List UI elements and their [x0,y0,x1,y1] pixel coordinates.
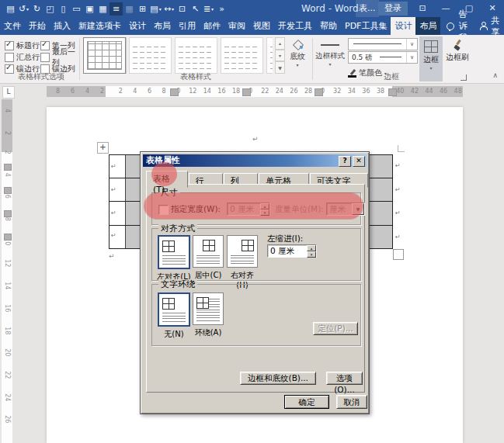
select-objects-icon[interactable]: ⊡ [176,2,189,16]
group-label-borders: 边框 [314,71,469,82]
indent-spinner[interactable]: 0 厘米 ▴ ▾ [267,244,317,258]
word-window: ▤↺↻◰▯▭▣▦≡▦⊞▤↔⊡↖≣» Word - Word 表... 登录 ⊡—… [0,0,504,443]
wrap-around-option[interactable]: 环绕(A) [191,292,225,338]
row-marker[interactable] [4,210,12,217]
gallery-scrollbar: ▴ ▾ ▼ [275,37,285,74]
border-styles-label: 边框样式 [315,51,345,61]
gallery-scroll-down-icon[interactable]: ▾ [275,50,285,62]
indent-label: 左缩进(I): [267,234,303,244]
paste-table-icon[interactable]: ▦ [96,2,109,16]
tab-mailings[interactable]: 邮件 [200,17,224,35]
borders-group: 边框样式 ▾ ∨ 0.5 磅 ∨ 笔颜色 ▾ 边框 ▾ [314,35,469,83]
tab-layout[interactable]: 布局 [150,17,175,35]
dialog-launcher-icon[interactable] [461,74,467,81]
ribbon-options-icon[interactable]: ⊡ [411,0,434,17]
row-marker[interactable] [4,187,12,194]
tab-help[interactable]: 帮助 [316,17,341,35]
vertical-ruler[interactable]: 42 2468101214161820222426 [2,99,12,443]
align-right-option[interactable]: 右对齐(H) [225,235,259,289]
wrapping-group-label: 文字环绕 [158,279,197,289]
table-style-plain-3[interactable] [221,37,263,74]
column-marker[interactable] [388,88,397,96]
annotation-circle-table-tab [151,162,177,186]
table-move-handle[interactable]: + [97,142,109,154]
sign-in-button[interactable]: 登录 [378,2,408,16]
minimize-icon[interactable]: — [434,0,457,17]
options-button[interactable]: 选项(O)... [326,372,363,385]
column-marker[interactable] [242,88,251,96]
tab-new-custom[interactable]: 新建选项卡 [75,17,125,35]
paste-special-icon[interactable]: ▤ [149,2,162,16]
table-style-plain-4[interactable] [266,37,273,74]
dropdown-arrow-icon[interactable]: ∨ [406,52,417,63]
tab-file[interactable]: 文件 [0,17,25,35]
column-marker[interactable] [315,88,323,96]
spin-down-icon[interactable]: ▾ [307,251,316,258]
align-center-option[interactable]: 居中(C) [191,235,225,281]
ribbon-tabs: 文件开始插入新建选项卡设计布局引用邮件审阅视图开发工具帮助PDF工具集设计布局 [0,17,440,35]
table-style-grid[interactable] [83,37,126,74]
dropdown-arrow-icon[interactable]: ∨ [406,39,417,50]
collapse-ribbon-icon[interactable]: ∧ [492,71,498,79]
checkbox-total-row[interactable]: 汇总行 [5,51,40,63]
spin-up-icon[interactable]: ▴ [307,245,316,251]
align-left-option[interactable]: 左对齐(L) [157,235,191,282]
paint-bucket-icon [293,40,302,49]
wrapping-preview-icon [158,292,190,327]
checkbox-last-column[interactable]: 最后一列 [40,51,81,63]
tab-home[interactable]: 开始 [25,17,50,35]
table-style-plain-2[interactable] [175,37,217,74]
new-document-icon[interactable]: ▯ [57,2,70,16]
tab-review[interactable]: 审阅 [224,17,249,35]
ok-button[interactable]: 确定 [284,395,329,409]
tab-insert[interactable]: 插入 [50,17,75,35]
text-wrapping-groupbox: 文字环绕 无(N) 环绕(A) 定位(P)... [151,284,361,346]
more-commands-icon[interactable]: » [215,2,228,16]
table-tool-disabled-icon[interactable]: ▦ [123,2,136,16]
borders-and-shading-button[interactable]: 边框和底纹(B)... [240,372,316,385]
undo-icon[interactable]: ↺ [17,2,30,16]
view-columns-icon[interactable]: ⊞ [136,2,149,16]
table-resize-handle[interactable] [393,249,404,260]
checkbox-icon [40,41,50,50]
row-marker[interactable] [4,164,12,171]
border-painter-label: 边框刷 [446,52,469,63]
table-style-plain-1[interactable] [129,37,172,74]
alignment-group-label: 对齐方式 [158,223,197,234]
tab-view[interactable]: 视图 [249,17,274,35]
group-label-table-styles: 表格样式 [81,71,311,82]
cursor-icon[interactable]: ↖ [189,2,202,16]
gallery-scroll-up-icon[interactable]: ▴ [275,37,285,50]
tab-references[interactable]: 引用 [175,17,200,35]
redo-icon[interactable]: ↻ [30,2,43,16]
share-button[interactable]: 共享 [473,17,504,35]
list-styles-icon[interactable]: ≣ [202,2,215,16]
save-icon[interactable]: ▤ [4,2,17,16]
dialog-titlebar[interactable]: 表格属性 ? ✕ [143,154,367,167]
titlebar: ▤↺↻◰▯▭▣▦≡▦⊞▤↔⊡↖≣» Word - Word 表... 登录 ⊡—… [0,0,504,17]
column-width-icon[interactable]: ↔ [162,2,176,16]
paste-icon[interactable]: ▣ [83,2,96,16]
dialog-help-icon[interactable]: ? [339,156,351,167]
tab-stop-selector[interactable]: L [2,86,15,99]
tab-design[interactable]: 设计 [125,17,150,35]
horizontal-ruler[interactable]: 8642 2468012141618022242628032343638 404… [47,86,463,97]
tab-developer[interactable]: 开发工具 [274,17,316,35]
open-folder-icon[interactable]: ▭ [70,2,83,16]
formatting-marks-icon[interactable]: ≡ [109,2,123,16]
column-marker[interactable] [170,88,179,96]
border-line-icon [321,44,339,46]
line-weight-dropdown[interactable]: 0.5 磅 ∨ [348,51,418,64]
wrap-none-option[interactable]: 无(N) [157,292,191,340]
margin-crop-mark [398,145,405,152]
line-style-dropdown[interactable]: ∨ [348,38,418,50]
checkbox-header-row[interactable]: 标题行 [5,40,40,51]
dialog-close-icon[interactable]: ✕ [353,156,365,167]
tab-table-layout[interactable]: 布局 [415,17,440,35]
tell-me-button[interactable]: 告诉我 [440,17,473,35]
row-marker[interactable] [4,234,12,241]
print-preview-icon[interactable]: ◰ [43,2,57,16]
tab-table-design[interactable]: 设计 [391,17,415,35]
cancel-button[interactable]: 取消 [336,395,367,409]
tab-pdf-tools[interactable]: PDF工具集 [341,17,391,35]
